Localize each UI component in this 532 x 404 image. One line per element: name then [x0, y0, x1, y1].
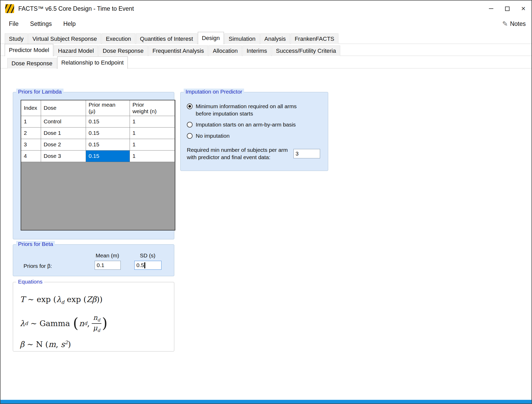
cell-index-3[interactable]: 3	[21, 139, 41, 151]
radio-label: Imputation starts on an arm-by-arm basis	[196, 121, 296, 128]
tab-frequentist-analysis[interactable]: Frequentist Analysis	[148, 45, 208, 56]
page-content: Priors for Lambda Index Dose Prior mean …	[1, 68, 531, 400]
group-priors-lambda: Priors for Lambda Index Dose Prior mean …	[13, 92, 174, 239]
cell-mean-1[interactable]: 0.15	[86, 116, 130, 128]
tab-hazard-model[interactable]: Hazard Model	[54, 45, 98, 56]
grid-row-1: 1 Control 0.15 1	[21, 116, 175, 128]
min-subjects-row: Required min number of subjects per arm …	[187, 146, 328, 161]
cell-weight-1[interactable]: 1	[130, 116, 175, 128]
tab-interims[interactable]: Interims	[242, 45, 271, 56]
tab-predictor-model[interactable]: Predictor Model	[5, 44, 53, 56]
col-header-label: Prior mean	[89, 102, 130, 108]
col-header-label: Dose	[44, 105, 86, 111]
radio-label: Minimum information required on all arms…	[196, 103, 308, 117]
equation-t: T ∼ exp (λd exp (Zβ))	[20, 295, 174, 305]
radio-option-no-imputation[interactable]: No imputation	[187, 132, 328, 140]
cell-dose-1[interactable]: Control	[41, 116, 86, 128]
beta-row-label: Priors for β:	[24, 263, 52, 269]
menu-item-settings[interactable]: Settings	[24, 17, 57, 31]
tab-success-futility-criteria[interactable]: Success/Futility Criteria	[272, 45, 340, 56]
tab-execution[interactable]: Execution	[102, 33, 135, 44]
col-header-index[interactable]: Index	[21, 100, 41, 116]
cell-index-2[interactable]: 2	[21, 128, 41, 139]
beta-mean-header: Mean (m)	[90, 252, 124, 259]
equation-lambda: λd ∼ Gamma (nd,ndμd)	[20, 314, 174, 333]
min-subjects-label: Required min number of subjects per arm …	[187, 146, 291, 161]
group-equations: Equations T ∼ exp (λd exp (Zβ)) λd ∼ Gam…	[13, 282, 174, 351]
tab-study[interactable]: Study	[5, 33, 28, 44]
close-button[interactable]: ×	[515, 1, 531, 17]
bottom-accent-bar	[1, 400, 531, 403]
minimize-button[interactable]	[483, 1, 499, 17]
notes-icon: ✎	[502, 20, 508, 28]
tab-relationship-to-endpoint[interactable]: Relationship to Endpoint	[57, 56, 128, 69]
group-priors-beta: Priors for Beta Mean (m) SD (s) Priors f…	[13, 244, 174, 276]
tab-allocation[interactable]: Allocation	[209, 45, 242, 56]
grid-row-2: 2 Dose 1 0.15 1	[21, 128, 175, 139]
cell-dose-3[interactable]: Dose 2	[41, 139, 86, 151]
grid-row-3: 3 Dose 2 0.15 1	[21, 139, 175, 151]
text-caret	[144, 262, 145, 268]
tab-dose-response[interactable]: Dose Response	[99, 45, 148, 56]
tab-quantities-of-interest[interactable]: Quantities of Interest	[136, 33, 197, 44]
maximize-icon	[505, 7, 510, 11]
minimize-icon	[489, 8, 493, 9]
col-header-dose[interactable]: Dose	[41, 100, 86, 116]
grid-empty-area	[21, 162, 175, 230]
equation-beta: β ∼ N (m, s2)	[20, 340, 174, 349]
main-tabstrip: Study Virtual Subject Response Execution…	[1, 31, 531, 44]
menubar: File Settings Help ✎ Notes	[1, 17, 531, 31]
fraction: ndμd	[92, 314, 101, 333]
cell-dose-2[interactable]: Dose 1	[41, 128, 86, 139]
col-header-label: Prior	[132, 102, 175, 108]
predictor-tabstrip: Dose Response Relationship to Endpoint	[1, 56, 531, 68]
design-tabstrip: Predictor Model Hazard Model Dose Respon…	[1, 44, 531, 56]
notes-label: Notes	[510, 20, 526, 27]
group-imputation-on-predictor: Imputation on Predictor Minimum informat…	[180, 92, 328, 171]
min-subjects-input[interactable]	[293, 149, 320, 158]
window-title: FACTS™ v6.5 Core Design - Time to Event	[18, 5, 134, 12]
col-header-prior-weight[interactable]: Prior weight (n)	[130, 100, 175, 116]
left-paren: (	[73, 317, 78, 330]
tab-frankenfacts[interactable]: FrankenFACTS	[291, 33, 339, 44]
menu-item-file[interactable]: File	[3, 17, 24, 31]
cell-index-1[interactable]: 1	[21, 116, 41, 128]
group-title-priors-lambda: Priors for Lambda	[16, 89, 63, 95]
radio-label: No imputation	[196, 132, 230, 140]
cell-dose-4[interactable]: Dose 3	[41, 151, 86, 162]
cell-weight-4[interactable]: 1	[130, 151, 175, 162]
tab-simulation[interactable]: Simulation	[224, 33, 260, 44]
facts-logo-icon	[5, 4, 14, 13]
group-title-imputation: Imputation on Predictor	[184, 89, 244, 95]
window-controls: ×	[483, 1, 531, 17]
selected-cell-mean-4[interactable]: 0.15	[86, 151, 130, 162]
tab-analysis[interactable]: Analysis	[260, 33, 290, 44]
cell-index-4[interactable]: 4	[21, 151, 41, 162]
app-window: FACTS™ v6.5 Core Design - Time to Event …	[0, 0, 532, 404]
lambda-grid: Index Dose Prior mean (μ) Prior weight (…	[21, 100, 175, 230]
tab-pred-dose-response[interactable]: Dose Response	[7, 58, 57, 68]
grid-row-4: 4 Dose 3 0.15 1	[21, 151, 175, 162]
radio-unselected-icon	[187, 133, 193, 139]
beta-mean-input[interactable]	[95, 261, 121, 270]
beta-sd-input[interactable]: 0.5	[134, 261, 161, 270]
cell-weight-2[interactable]: 1	[130, 128, 175, 139]
maximize-button[interactable]	[499, 1, 515, 17]
group-title-equations: Equations	[16, 279, 44, 285]
radio-option-min-info[interactable]: Minimum information required on all arms…	[187, 103, 328, 117]
radio-unselected-icon	[187, 122, 193, 128]
cell-mean-3[interactable]: 0.15	[86, 139, 130, 151]
col-header-label: (μ)	[89, 108, 130, 114]
grid-header-row: Index Dose Prior mean (μ) Prior weight (…	[21, 100, 175, 116]
col-header-label: Index	[24, 105, 41, 111]
radio-option-arm-by-arm[interactable]: Imputation starts on an arm-by-arm basis	[187, 121, 328, 128]
col-header-prior-mean[interactable]: Prior mean (μ)	[86, 100, 130, 116]
tab-design[interactable]: Design	[198, 32, 224, 44]
tab-virtual-subject-response[interactable]: Virtual Subject Response	[28, 33, 101, 44]
beta-sd-value: 0.5	[136, 262, 144, 268]
cell-mean-2[interactable]: 0.15	[86, 128, 130, 139]
col-header-label: weight (n)	[132, 108, 175, 114]
cell-weight-3[interactable]: 1	[130, 139, 175, 151]
notes-button[interactable]: ✎ Notes	[502, 20, 526, 28]
menu-item-help[interactable]: Help	[57, 17, 81, 31]
